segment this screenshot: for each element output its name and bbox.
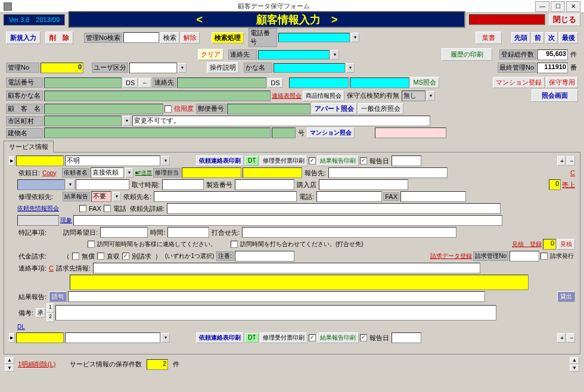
repair-recv-checkbox-2[interactable] xyxy=(309,334,316,341)
tel2-input[interactable] xyxy=(316,191,382,202)
search-button[interactable]: 検索 xyxy=(160,32,179,43)
memo-1-button[interactable]: 1 xyxy=(46,303,54,313)
direct-checkbox[interactable] xyxy=(97,253,104,260)
search-process-button[interactable]: 検索処理 xyxy=(212,32,244,43)
model-extra-input[interactable] xyxy=(76,179,129,190)
ms-query-button[interactable]: MS照会 xyxy=(411,77,440,88)
amount-input[interactable]: 0 xyxy=(549,179,561,190)
tel-filter-dropdown[interactable]: ▾ xyxy=(351,33,359,42)
manual-button[interactable]: 操作説明 xyxy=(207,62,239,73)
customer-name-input[interactable] xyxy=(44,104,163,114)
record-selector[interactable]: ▸ xyxy=(9,156,15,166)
result-input[interactable] xyxy=(68,291,485,302)
add-row-button-2[interactable]: + xyxy=(557,333,566,343)
direct-request-dropdown[interactable]: ▾ xyxy=(125,168,133,178)
query-screen-button[interactable]: 照会画面 xyxy=(532,89,578,102)
last-button[interactable]: 最後 xyxy=(559,32,578,43)
history-print-button[interactable]: 履歴の印刷 xyxy=(442,48,492,61)
remove-row-button[interactable]: − xyxy=(567,156,575,166)
building-no-input[interactable] xyxy=(272,127,296,138)
result-report-dropdown[interactable]: ▾ xyxy=(113,192,121,201)
time-input[interactable] xyxy=(167,227,209,238)
repair-staff-input-1[interactable] xyxy=(182,167,241,178)
result-report-print-button[interactable]: 結果報告印刷 xyxy=(317,155,359,166)
bill-mgmt-input[interactable] xyxy=(510,251,539,262)
arrow-button[interactable]: ← xyxy=(139,78,151,88)
fax-input[interactable] xyxy=(400,191,466,202)
kana-filter-dropdown[interactable]: ▾ xyxy=(346,63,355,73)
note1-checkbox[interactable] xyxy=(88,241,95,248)
mansion-reg-button[interactable]: マンション登録 xyxy=(493,77,545,88)
phenomenon-link[interactable]: 現象 xyxy=(60,216,72,225)
estimate-button[interactable]: 見積 xyxy=(557,239,575,250)
record-selector-2[interactable]: ▸ xyxy=(9,333,15,343)
order-no-input[interactable] xyxy=(235,251,294,262)
dt-button[interactable]: DT xyxy=(245,156,259,166)
c-link[interactable]: C xyxy=(570,169,575,176)
note2-checkbox[interactable] xyxy=(231,241,238,248)
maximize-button[interactable]: ☐ xyxy=(551,1,565,12)
memo-input[interactable] xyxy=(55,305,496,321)
contact-ds-button[interactable]: DS xyxy=(268,78,282,88)
repair-recv-print-button[interactable]: 修理受付票印刷 xyxy=(260,155,307,166)
model-dropdown[interactable]: ▾ xyxy=(66,180,74,189)
separate-checkbox[interactable] xyxy=(122,253,129,260)
dl-link[interactable]: DL xyxy=(17,323,25,330)
next-button[interactable]: 次 xyxy=(545,32,558,43)
tel-filter-input[interactable] xyxy=(278,33,350,42)
search-clear-button[interactable]: 解除 xyxy=(181,32,200,43)
svc-spacer-1[interactable] xyxy=(16,155,64,166)
extra-input-1[interactable] xyxy=(289,77,349,88)
phenomenon-code-input[interactable] xyxy=(17,215,59,226)
maint-contract-dropdown[interactable]: ▾ xyxy=(427,91,435,101)
sales-link[interactable]: 売上 xyxy=(562,181,575,189)
maint-only-button[interactable]: 保守専用 xyxy=(546,77,578,88)
result-report-print-button-2[interactable]: 結果報告印刷 xyxy=(317,332,359,343)
memo-2-button[interactable]: 2 xyxy=(46,313,54,322)
kana-filter-input[interactable] xyxy=(274,63,345,73)
kana-input[interactable] xyxy=(44,91,271,101)
svc-spacer-2[interactable] xyxy=(16,332,64,343)
apart-query-button[interactable]: アパート照会 xyxy=(312,103,357,114)
minimize-button[interactable]: — xyxy=(535,1,549,12)
estimate-reg-link[interactable]: 見積 登録 xyxy=(512,240,542,248)
tel-input[interactable] xyxy=(44,77,122,88)
contact-filter-dropdown[interactable]: ▾ xyxy=(331,50,339,60)
approve-button[interactable]: 承 xyxy=(36,308,45,318)
dt-button-2[interactable]: DT xyxy=(245,333,259,343)
result-print-checkbox[interactable] xyxy=(360,157,367,164)
page-down-button[interactable]: ▼ xyxy=(570,365,579,372)
phrase-button[interactable]: 語句 xyxy=(49,291,67,302)
unknown-dropdown[interactable]: ▾ xyxy=(161,156,170,166)
repair-recv-print-button-2[interactable]: 修理受付票印刷 xyxy=(260,332,307,343)
city-dropdown[interactable]: ▾ xyxy=(123,116,131,126)
request-to-name-input[interactable] xyxy=(154,191,297,202)
tel-checkbox[interactable] xyxy=(104,205,111,212)
building-extra-input[interactable] xyxy=(375,127,446,138)
bill-issue-checkbox[interactable] xyxy=(540,253,548,260)
req-contact-print-button-2[interactable]: 依頼連絡表印刷 xyxy=(196,332,244,343)
contact-list-link[interactable]: 連絡表照会 xyxy=(272,92,302,100)
meeting-input[interactable] xyxy=(242,227,456,238)
first-button[interactable]: 先頭 xyxy=(511,32,530,43)
close-button[interactable]: 閉じる xyxy=(549,13,580,26)
clear-button[interactable]: クリア xyxy=(198,49,223,60)
free-checkbox[interactable] xyxy=(72,253,79,260)
add-row-button[interactable]: + xyxy=(557,156,566,166)
mgmtno-input[interactable]: 0 xyxy=(41,63,83,73)
scroll-up-button[interactable]: ▲ xyxy=(5,357,14,364)
new-button[interactable]: 新規入力 xyxy=(6,32,41,44)
product-info-button[interactable]: 商品情報照会 xyxy=(303,91,344,101)
window-close-button[interactable]: ✕ xyxy=(566,1,580,12)
repair-recv-checkbox[interactable] xyxy=(309,157,316,164)
service-info-tab[interactable]: サービス情報 xyxy=(4,141,54,153)
contact-c-link[interactable]: C xyxy=(49,265,54,272)
postal-input[interactable] xyxy=(227,104,310,114)
report-to-input[interactable] xyxy=(328,167,448,178)
scroll-down-button[interactable]: ▼ xyxy=(5,365,14,372)
bill-data-reg-link[interactable]: 請求データ登録 xyxy=(430,252,472,260)
addr-query-button[interactable]: 一般住所照会 xyxy=(358,103,403,114)
visit-pref-input[interactable] xyxy=(100,227,148,238)
unknown-input[interactable]: 不明 xyxy=(65,155,160,166)
mfg-no-input[interactable] xyxy=(235,179,294,190)
